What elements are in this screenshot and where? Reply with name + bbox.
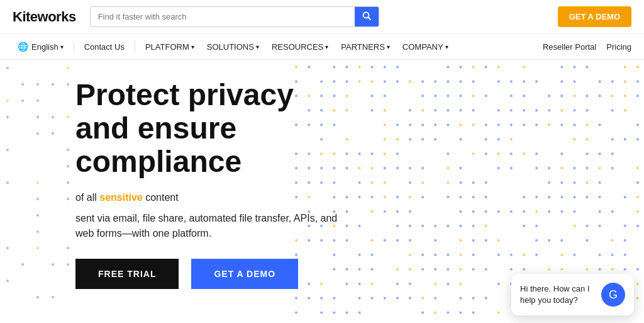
hero-subtitle: of all sensitive content bbox=[75, 190, 352, 206]
solutions-chevron-icon: ▾ bbox=[256, 43, 259, 50]
subtitle-suffix: content bbox=[143, 192, 179, 203]
nav-divider-2 bbox=[135, 42, 135, 52]
resources-chevron-icon: ▾ bbox=[325, 43, 328, 50]
nav-resources[interactable]: RESOURCES ▾ bbox=[267, 40, 333, 54]
chat-widget[interactable]: Hi there. How can I help you today? G bbox=[511, 274, 634, 315]
svg-line-1 bbox=[368, 18, 370, 20]
globe-icon: 🌐 bbox=[18, 42, 28, 52]
reseller-portal-link[interactable]: Reseller Portal bbox=[543, 42, 596, 52]
chat-avatar[interactable]: G bbox=[601, 283, 625, 307]
nav-contact-us[interactable]: Contact Us bbox=[79, 40, 130, 54]
chat-message: Hi there. How can I help you today? bbox=[520, 283, 595, 306]
chat-icon: G bbox=[609, 288, 618, 302]
subtitle-highlight: sensitive bbox=[99, 192, 142, 203]
nav-platform[interactable]: PLATFORM ▾ bbox=[140, 40, 199, 54]
free-trial-button[interactable]: FREE TRIAL bbox=[75, 259, 179, 289]
chat-text: Hi there. How can I help you today? bbox=[520, 283, 595, 306]
get-demo-button-header[interactable]: GET A DEMO bbox=[558, 6, 631, 27]
nav-language[interactable]: 🌐 English ▾ bbox=[13, 39, 69, 54]
nav-solutions[interactable]: SOLUTIONS ▾ bbox=[202, 40, 264, 54]
company-chevron-icon: ▾ bbox=[445, 43, 448, 50]
get-demo-button-hero[interactable]: GET A DEMO bbox=[191, 259, 298, 289]
search-bar bbox=[90, 6, 379, 27]
hero-subtitle2: sent via email, file share, automated fi… bbox=[75, 211, 352, 241]
partners-chevron-icon: ▾ bbox=[387, 43, 390, 50]
nav-company[interactable]: COMPANY ▾ bbox=[397, 40, 453, 54]
header: Kiteworks GET A DEMO bbox=[0, 0, 644, 34]
hero-title: Protect privacy and ensure compliance bbox=[75, 79, 352, 178]
search-input[interactable] bbox=[91, 8, 355, 26]
nav-divider bbox=[74, 42, 74, 52]
platform-chevron-icon: ▾ bbox=[191, 43, 194, 50]
nav-bar: 🌐 English ▾ Contact Us PLATFORM ▾ SOLUTI… bbox=[0, 34, 644, 60]
logo[interactable]: Kiteworks bbox=[13, 9, 76, 25]
language-chevron-icon: ▾ bbox=[60, 43, 64, 50]
hero-content: Protect privacy and ensure compliance of… bbox=[0, 60, 377, 320]
cta-buttons: FREE TRIAL GET A DEMO bbox=[75, 259, 352, 289]
nav-right: Reseller Portal Pricing bbox=[543, 42, 631, 52]
pricing-link[interactable]: Pricing bbox=[606, 42, 631, 52]
search-button[interactable] bbox=[355, 7, 379, 26]
nav-partners[interactable]: PARTNERS ▾ bbox=[336, 40, 395, 54]
subtitle-prefix: of all bbox=[75, 192, 99, 203]
